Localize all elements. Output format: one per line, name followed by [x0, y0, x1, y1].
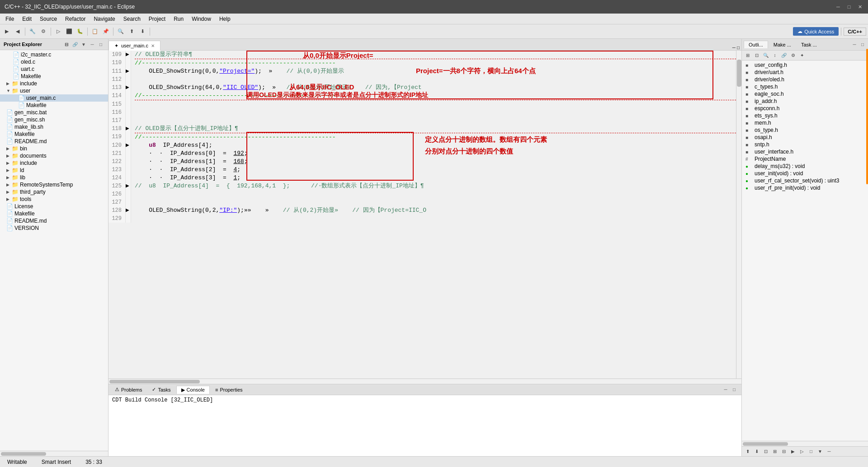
project-explorer-scrollbar[interactable] [0, 451, 108, 456]
tree-item-readme1[interactable]: 📄 README.md [0, 138, 108, 145]
editor-scrollbar-right[interactable] [736, 51, 741, 378]
menu-edit[interactable]: Edit [19, 15, 35, 23]
tree-item-oled[interactable]: 📄 oled.c [0, 58, 108, 65]
outline-item-ctypes[interactable]: ■ c_types.h [742, 83, 868, 90]
outline-bottom-btn-2[interactable]: ⬇ [753, 448, 761, 456]
outline-item-delay[interactable]: ● delay_ms(u32) : void [742, 163, 868, 170]
menu-project[interactable]: Project [145, 15, 169, 23]
toolbar-btn-12[interactable]: ⬇ [137, 27, 147, 37]
minimize-panel-icon[interactable]: ─ [89, 41, 96, 48]
menu-run[interactable]: Run [170, 15, 187, 23]
outline-item-eagle[interactable]: ■ eagle_soc.h [742, 90, 868, 98]
tree-item-include-folder[interactable]: ▶ 📁 include [0, 80, 108, 87]
tree-item-tools[interactable]: ▶ 📁 tools [0, 196, 108, 203]
panel-menu-icon[interactable]: ▼ [80, 41, 87, 48]
tree-item-makefile1[interactable]: 📄 Makefile [0, 73, 108, 80]
outline-item-projectname[interactable]: # ProjectName [742, 155, 868, 163]
tree-item-documents[interactable]: ▶ 📁 documents [0, 152, 108, 159]
outline-bottom-btn-9[interactable]: ▼ [816, 448, 824, 456]
toolbar-btn-9[interactable]: 📌 [101, 27, 111, 37]
editor-tab-user-main[interactable]: ✦ user_main.c ✕ [108, 41, 160, 51]
outline-tab-task[interactable]: Task ... [797, 41, 821, 48]
tree-item-makefile3[interactable]: 📄 Makefile [0, 131, 108, 138]
outline-scrollbar-bottom[interactable] [742, 441, 868, 446]
outline-btn-1[interactable]: ⊞ [744, 51, 752, 60]
outline-tab-outline[interactable]: Outli... [744, 41, 768, 48]
menu-window[interactable]: Window [188, 15, 215, 23]
tree-item-user-folder[interactable]: ▼ 📁 user [0, 87, 108, 94]
tab-close-icon[interactable]: ✕ [151, 43, 155, 48]
tree-item-license[interactable]: 📄 License [0, 203, 108, 210]
outline-bottom-btn-4[interactable]: ⊞ [771, 448, 779, 456]
console-tab-properties[interactable]: ≡ Properties [211, 386, 247, 393]
tree-item-gen-bat[interactable]: 📄 gen_misc.bat [0, 109, 108, 116]
outline-btn-6[interactable]: ⚙ [789, 51, 797, 60]
outline-item-mem[interactable]: ■ mem.h [742, 119, 868, 126]
close-button[interactable]: ✕ [856, 3, 863, 10]
console-tab-console[interactable]: ▶ Console [176, 386, 210, 394]
menu-source[interactable]: Source [36, 15, 61, 23]
tree-item-remote[interactable]: ▶ 📁 RemoteSystemsTemp [0, 181, 108, 188]
outline-bottom-btn-7[interactable]: ▷ [798, 448, 806, 456]
editor-maximize-icon[interactable]: □ [737, 45, 740, 50]
menu-navigate[interactable]: Navigate [90, 15, 118, 23]
outline-bottom-btn-6[interactable]: ▶ [789, 448, 797, 456]
outline-item-etssys[interactable]: ■ ets_sys.h [742, 112, 868, 119]
outline-bottom-btn-5[interactable]: ⊟ [780, 448, 788, 456]
editor-scrollbar-bottom[interactable] [108, 378, 741, 384]
tree-item-lib[interactable]: ▶ 📁 lib [0, 174, 108, 181]
outline-item-user-init[interactable]: ● user_init(void) : void [742, 170, 868, 177]
outline-item-rf-pre[interactable]: ● user_rf_pre_init(void) : void [742, 184, 868, 191]
maximize-panel-icon[interactable]: □ [97, 41, 104, 48]
outline-btn-4[interactable]: ↕ [771, 51, 779, 60]
toolbar-btn-5[interactable]: ▷ [53, 27, 63, 37]
tree-item-bin[interactable]: ▶ 📁 bin [0, 145, 108, 152]
menu-file[interactable]: File [2, 15, 18, 23]
console-tab-problems[interactable]: ⚠ Problems [110, 386, 146, 393]
outline-item-osapi[interactable]: ■ osapi.h [742, 134, 868, 141]
code-area[interactable]: 109 ▶ // OLED显示字符串¶ 110 //--------------… [108, 51, 736, 378]
toolbar-btn-11[interactable]: ⬆ [127, 27, 137, 37]
outline-item-sntp[interactable]: ■ sntp.h [742, 141, 868, 148]
toolbar-btn-8[interactable]: 📋 [90, 27, 100, 37]
toolbar-btn-2[interactable]: ◀ [13, 27, 23, 37]
collapse-all-icon[interactable]: ⊟ [63, 41, 70, 48]
outline-bottom-btn-10[interactable]: ─ [825, 448, 833, 456]
outline-bottom-btn-1[interactable]: ⬆ [744, 448, 752, 456]
tree-item-include2[interactable]: ▶ 📁 include [0, 159, 108, 167]
menu-search[interactable]: Search [120, 15, 144, 23]
outline-item-user-interface[interactable]: ■ user_interface.h [742, 148, 868, 155]
menu-help[interactable]: Help [216, 15, 234, 23]
outline-tab-make[interactable]: Make ... [769, 41, 796, 48]
outline-btn-7[interactable]: ✦ [798, 51, 806, 60]
editor-minimize-icon[interactable]: ─ [732, 45, 736, 50]
console-maximize-icon[interactable]: □ [731, 386, 738, 393]
outline-bottom-btn-3[interactable]: ⊡ [762, 448, 770, 456]
minimize-button[interactable]: ─ [835, 3, 842, 10]
outline-bottom-btn-8[interactable]: □ [807, 448, 815, 456]
outline-item-rf-cal[interactable]: ● user_rf_cal_sector_set(void) : uint3 [742, 177, 868, 184]
outline-minimize-icon[interactable]: ─ [851, 41, 858, 48]
tree-item-ld[interactable]: ▶ 📁 ld [0, 167, 108, 174]
tree-item-third-party[interactable]: ▶ 📁 third_party [0, 188, 108, 196]
link-editor-icon[interactable]: 🔗 [71, 41, 79, 48]
tree-item-version[interactable]: 📄 VERSION [0, 224, 108, 232]
quick-access-button[interactable]: ☁ Quick Access [793, 27, 839, 36]
outline-btn-2[interactable]: ⊡ [753, 51, 761, 60]
outline-item-driver-uart[interactable]: ■ driver/uart.h [742, 69, 868, 76]
toolbar-btn-10[interactable]: 🔍 [116, 27, 126, 37]
tree-item-uart[interactable]: 📄 uart.c [0, 65, 108, 73]
outline-item-user-config[interactable]: ■ user_config.h [742, 61, 868, 69]
menu-refactor[interactable]: Refactor [61, 15, 89, 23]
tree-item-makefile2[interactable]: 📄 Makefile [0, 102, 108, 109]
toolbar-btn-7[interactable]: 🐛 [75, 27, 85, 37]
toolbar-btn-1[interactable]: ▶ [2, 27, 12, 37]
tree-item-user-main[interactable]: 📄 user_main.c [0, 94, 108, 102]
console-tab-tasks[interactable]: ✓ Tasks [147, 386, 175, 393]
outline-item-ipaddr[interactable]: ■ ip_addr.h [742, 98, 868, 105]
toolbar-btn-6[interactable]: ⬛ [64, 27, 74, 37]
tree-item-makefile4[interactable]: 📄 Makefile [0, 210, 108, 217]
outline-item-driver-oled[interactable]: ■ driver/oled.h [742, 76, 868, 83]
toolbar-btn-3[interactable]: 🔧 [28, 27, 38, 37]
outline-btn-5[interactable]: 🔗 [780, 51, 788, 60]
